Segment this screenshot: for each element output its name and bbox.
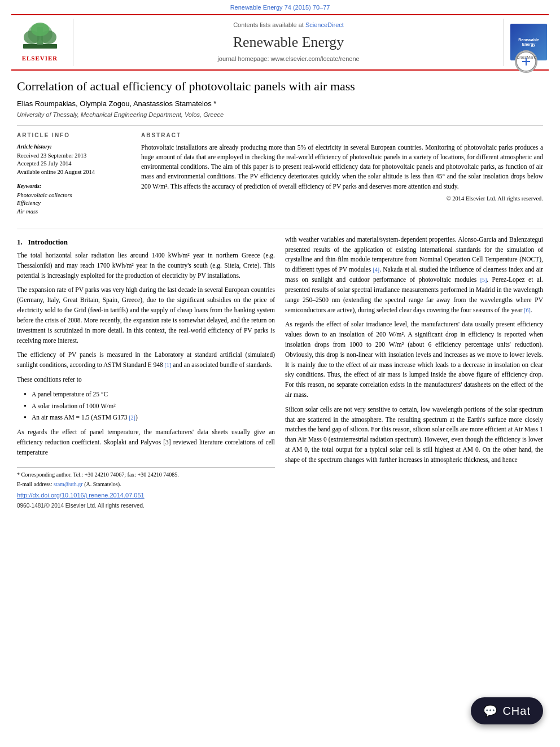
article-info-column: ARTICLE INFO Article history: Received 2… <box>17 132 130 222</box>
keyword-3: Air mass <box>17 208 130 216</box>
abstract-column: ABSTRACT Photovoltaic installations are … <box>141 132 543 222</box>
article-body: CrossMark Correlation of actual efficien… <box>0 78 560 510</box>
journal-title-area: Contents lists available at ScienceDirec… <box>73 19 504 65</box>
journal-title: Renewable Energy <box>233 32 344 53</box>
keywords-group: Keywords: Photovoltaic collectors Effici… <box>17 182 130 216</box>
footnote-email: E-mail address: stam@uth.gr (A. Stamatel… <box>17 480 275 488</box>
bullet-item-2: A solar insolation of 1000 W/m² <box>24 401 275 412</box>
bullet-item-1: A panel temperature of 25 °C <box>24 390 275 400</box>
elsevier-logo-area: ELSEVIER <box>11 19 73 65</box>
sciencedirect-link[interactable]: ScienceDirect <box>305 21 344 28</box>
section-title-text: Introduction <box>28 238 68 246</box>
ref-4[interactable]: [4] <box>373 267 379 273</box>
chat-label: CHat <box>502 703 531 719</box>
keyword-1: Photovoltaic collectors <box>17 191 130 200</box>
elsevier-logo: ELSEVIER <box>20 21 60 63</box>
article-title: Correlation of actual efficiency of phot… <box>17 78 543 95</box>
doi-link[interactable]: http://dx.doi.org/10.1016/j.renene.2014.… <box>17 492 145 499</box>
footnote-corresponding: * Corresponding author. Tel.: +30 24210 … <box>17 471 275 479</box>
intro-para1: The total horizontal solar radiation lie… <box>17 251 275 281</box>
footnote-area: * Corresponding author. Tel.: +30 24210 … <box>17 467 275 510</box>
ref-2[interactable]: [2] <box>129 414 135 421</box>
article-info-header: ARTICLE INFO <box>17 132 130 139</box>
copyright-line: © 2014 Elsevier Ltd. All rights reserved… <box>141 195 543 203</box>
abstract-text: Photovoltaic installations are already p… <box>141 143 543 191</box>
info-abstract-section: ARTICLE INFO Article history: Received 2… <box>17 132 543 222</box>
svg-point-5 <box>31 23 49 36</box>
crossmark-badge[interactable]: CrossMark <box>515 50 537 73</box>
journal-header: ELSEVIER Contents lists available at Sci… <box>11 14 549 70</box>
intro-para4: As regards the effect of panel temperatu… <box>17 427 275 457</box>
intro-para2: The expansion rate of PV parks was very … <box>17 285 275 346</box>
chat-icon: 💬 <box>483 703 498 719</box>
intro-para3: The efficiency of PV panels is measured … <box>17 350 275 370</box>
main-columns: 1. Introduction The total horizontal sol… <box>17 235 543 510</box>
issn-line: 0960-1481/© 2014 Elsevier Ltd. All right… <box>17 502 275 510</box>
intro-section-title: 1. Introduction <box>17 237 275 247</box>
right-para2: As regards the effect of solar irradianc… <box>285 320 543 400</box>
conditions-list: A panel temperature of 25 °C A solar ins… <box>24 390 275 423</box>
divider-2 <box>17 229 543 229</box>
accepted-date: Accepted 25 July 2014 <box>17 160 130 168</box>
article-history-group: Article history: Received 23 September 2… <box>17 143 130 177</box>
ref-6[interactable]: [6] <box>524 307 531 313</box>
article-authors: Elias Roumpakias, Olympia Zogou, Anastas… <box>17 99 543 109</box>
email-link[interactable]: stam@uth.gr <box>54 481 83 487</box>
available-date: Available online 20 August 2014 <box>17 168 130 177</box>
right-para1: with weather variables and material/syst… <box>285 235 543 316</box>
crossmark-icon: CrossMark <box>515 50 537 73</box>
sciencedirect-line: Contents lists available at ScienceDirec… <box>233 21 344 29</box>
keywords-label: Keywords: <box>17 182 130 190</box>
crossmark-svg: CrossMark <box>516 51 536 72</box>
ref-1[interactable]: [1] <box>165 362 172 368</box>
ref-5[interactable]: [5] <box>480 277 487 283</box>
journal-reference: Renewable Energy 74 (2015) 70–77 <box>0 0 560 14</box>
article-affiliation: University of Thessaly, Mechanical Engin… <box>17 111 543 119</box>
section-number: 1. <box>17 238 23 246</box>
article-history-label: Article history: <box>17 143 130 151</box>
sciencedirect-prefix: Contents lists available at <box>233 21 304 28</box>
right-para3: Silicon solar cells are not very sensiti… <box>285 405 543 465</box>
left-column: 1. Introduction The total horizontal sol… <box>17 235 275 510</box>
homepage-text: journal homepage: www.elsevier.com/locat… <box>217 55 359 62</box>
divider-1 <box>17 125 543 126</box>
journal-homepage: journal homepage: www.elsevier.com/locat… <box>217 55 359 63</box>
abstract-header: ABSTRACT <box>141 132 543 139</box>
re-logo-title: RenewableEnergy <box>518 38 539 47</box>
conditions-intro: These conditions refer to <box>17 375 275 385</box>
received-date: Received 23 September 2013 <box>17 152 130 160</box>
elsevier-tree-icon <box>20 21 60 53</box>
keyword-2: Efficiency <box>17 199 130 208</box>
elsevier-text: ELSEVIER <box>22 54 58 63</box>
bullet-item-3: An air mass AM = 1.5 (ASTM G173 [2]) <box>24 413 275 423</box>
chat-button[interactable]: 💬 CHat <box>471 697 543 724</box>
right-column: with weather variables and material/syst… <box>285 235 543 510</box>
